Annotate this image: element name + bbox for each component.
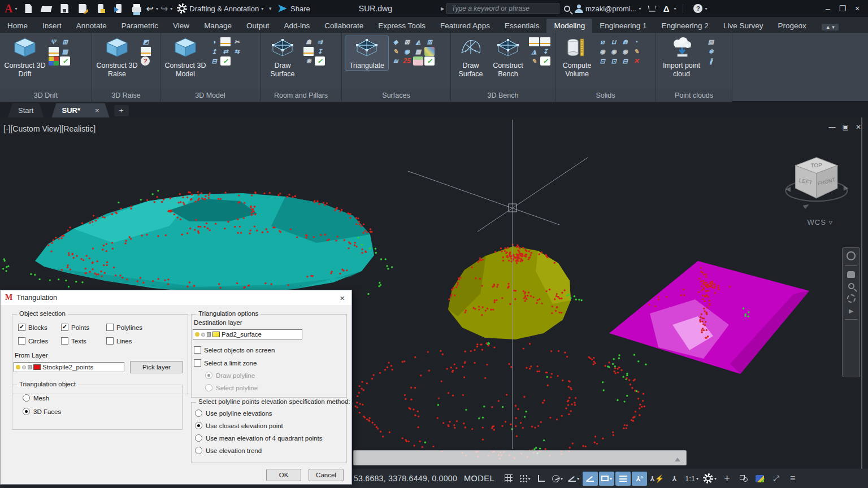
solids-tool-icon-10[interactable]: ⊡ <box>609 56 619 66</box>
solids-tool-icon-2[interactable]: ⊔ <box>609 37 619 46</box>
room-tool-icon-5[interactable]: ❋ <box>303 56 314 66</box>
surfaces-tool-icon-12[interactable]: ✓ <box>424 56 435 66</box>
solids-tool-icon-8[interactable]: ✎ <box>631 47 641 56</box>
quick-access-caret-icon[interactable]: ▼ <box>268 6 272 11</box>
draw-surface-button[interactable]: Draw Surface <box>264 36 301 79</box>
close-button[interactable]: × <box>850 4 865 13</box>
navigation-bar[interactable]: ▶ <box>842 247 860 377</box>
circles-checkbox[interactable]: Circles <box>18 337 48 345</box>
search-input[interactable]: Type a keyword or phrase <box>446 3 559 14</box>
tab-essentials[interactable]: Essentials <box>497 19 547 33</box>
closest-elevation-radio[interactable]: Use closest elevation point <box>195 422 283 429</box>
polylines-checkbox[interactable]: Polylines <box>106 324 142 331</box>
surfaces-tool-icon-10[interactable]: 25 <box>402 56 412 66</box>
3d-faces-radio[interactable]: 3D Faces <box>23 408 61 415</box>
wcs-dropdown[interactable]: WCS ▿ <box>808 218 833 226</box>
minimize-button[interactable]: – <box>821 4 835 13</box>
viewcube[interactable]: TOP LEFT FRONT <box>784 152 852 220</box>
search-icon[interactable] <box>564 6 570 12</box>
construct-3d-raise-button[interactable]: Construct 3D Raise <box>96 36 138 79</box>
undo-caret-icon[interactable]: ▾ <box>156 6 158 11</box>
share-icon[interactable] <box>278 5 287 12</box>
tab-insert[interactable]: Insert <box>35 19 69 33</box>
tab-modeling[interactable]: Modeling <box>546 19 592 33</box>
surfaces-tool-icon-1[interactable]: ◈ <box>390 37 401 46</box>
file-tab-sur[interactable]: SUR* × <box>51 103 109 117</box>
panel-title-room-and-pillars[interactable]: Room and Pillars <box>261 90 341 102</box>
solids-tool-icon-9[interactable]: ⊡ <box>597 56 607 66</box>
model-tool-icon-2[interactable] <box>220 37 231 46</box>
construct-bench-button[interactable]: Construct Bench <box>489 36 527 79</box>
ribbon-collapse-button[interactable]: ▲ ▾ <box>822 24 839 30</box>
user-avatar-icon[interactable] <box>575 5 583 12</box>
texts-checkbox[interactable]: Texts <box>61 337 86 345</box>
ok-button[interactable]: OK <box>266 469 301 481</box>
command-recent-icon[interactable] <box>675 455 680 461</box>
triangulate-button[interactable]: Triangulate <box>345 36 388 70</box>
cancel-button[interactable]: Cancel <box>309 469 344 481</box>
bench-tool-icon-5[interactable]: ✎ <box>529 56 539 66</box>
workspace-gear-icon[interactable] <box>177 3 187 14</box>
tab-engineering-2[interactable]: Engineering 2 <box>654 19 716 33</box>
model-tool-icon-5[interactable]: ⇄ <box>220 47 231 56</box>
surfaces-tool-icon-4[interactable]: ⊞ <box>424 37 435 46</box>
select-objects-checkbox[interactable]: Select objects on screen <box>194 346 275 354</box>
construct-3d-model-button[interactable]: Construct 3D Model <box>164 36 207 79</box>
limit-zone-checkbox[interactable]: Select a limit zone <box>194 359 257 367</box>
mesh-radio[interactable]: Mesh <box>23 394 49 402</box>
panel-title-solids[interactable]: Solids <box>555 90 656 102</box>
redo-icon[interactable]: ↪ <box>160 3 168 14</box>
model-tool-icon-3[interactable]: ✂ <box>232 37 242 46</box>
save-as-icon[interactable] <box>77 3 88 14</box>
drift-tool-icon-5[interactable] <box>49 56 59 66</box>
dialog-close-icon[interactable]: × <box>337 293 347 303</box>
model-tool-icon-6[interactable]: ⇆ <box>232 47 242 56</box>
restore-button[interactable]: ❐ <box>835 4 850 13</box>
room-tool-icon-4[interactable]: ↧ <box>315 47 325 56</box>
tab-add-ins[interactable]: Add-ins <box>276 19 317 33</box>
polyline-elevations-radio[interactable]: Use polyline elevations <box>195 409 272 417</box>
surfaces-tool-icon-6[interactable]: ◉ <box>402 47 412 56</box>
pcloud-tool-icon-1[interactable]: ▤ <box>706 37 716 46</box>
pick-layer-button[interactable]: Pick layer <box>130 361 183 373</box>
lineweight-toggle[interactable] <box>615 472 631 486</box>
mean-elevation-radio[interactable]: Use mean elevation of 4 quadrant points <box>195 434 323 442</box>
bench-tool-icon-1[interactable] <box>529 37 539 46</box>
room-tool-icon-2[interactable]: ⇉ <box>315 37 325 46</box>
import-point-cloud-button[interactable]: Import point cloud <box>659 36 704 79</box>
compute-volume-button[interactable]: Compute Volume <box>559 36 595 79</box>
panel-title-3d-bench[interactable]: 3D Bench <box>451 90 555 102</box>
surfaces-tool-icon-7[interactable]: ▦ <box>413 47 423 56</box>
drift-tool-icon-2[interactable]: ⊞ <box>60 37 70 46</box>
bench-tool-icon-3[interactable]: ◮ <box>529 47 539 56</box>
tab-manage[interactable]: Manage <box>197 19 239 33</box>
tab-featured-apps[interactable]: Featured Apps <box>433 19 497 33</box>
workspace-caret-icon[interactable]: ▾ <box>261 6 263 11</box>
open-file-icon[interactable] <box>41 3 52 14</box>
file-tab-start[interactable]: Start <box>8 103 44 117</box>
panel-title-3d-raise[interactable]: 3D Raise <box>92 90 160 102</box>
isolate-objects-toggle[interactable] <box>736 472 751 486</box>
panel-title-surfaces[interactable]: Surfaces <box>342 90 450 102</box>
customization-menu[interactable]: ≡ <box>785 472 800 486</box>
bench-tool-icon-6[interactable]: ✓ <box>540 56 550 66</box>
room-tool-icon-3[interactable] <box>303 47 314 56</box>
annotation-scale-person[interactable]: Y <box>667 472 682 486</box>
room-tool-icon-6[interactable]: ✓ <box>315 56 325 66</box>
tab-collaborate[interactable]: Collaborate <box>317 19 371 33</box>
crosshair-plus[interactable]: + <box>719 472 735 486</box>
grid-display-toggle[interactable] <box>501 472 516 486</box>
solids-tool-icon-1[interactable]: ⧄ <box>597 37 607 46</box>
raise-tool-icon-2[interactable] <box>141 47 151 56</box>
room-tool-icon-1[interactable]: ☗ <box>303 37 314 46</box>
isodraft-toggle[interactable] <box>583 472 598 486</box>
pan-icon[interactable] <box>847 271 855 278</box>
redo-caret-icon[interactable]: ▾ <box>170 6 172 11</box>
solids-tool-icon-6[interactable]: ◉ <box>609 47 619 56</box>
drift-tool-icon-1[interactable]: Ψ <box>49 37 59 46</box>
model-tool-icon-4[interactable]: ↥ <box>209 47 219 56</box>
bench-tool-icon-4[interactable]: ↧ <box>540 47 550 56</box>
help-icon[interactable]: ? <box>693 4 702 13</box>
annotation-scale-value[interactable]: 1:1▾ <box>683 472 700 486</box>
osnap-tracking-toggle[interactable]: ▾ <box>566 472 581 486</box>
